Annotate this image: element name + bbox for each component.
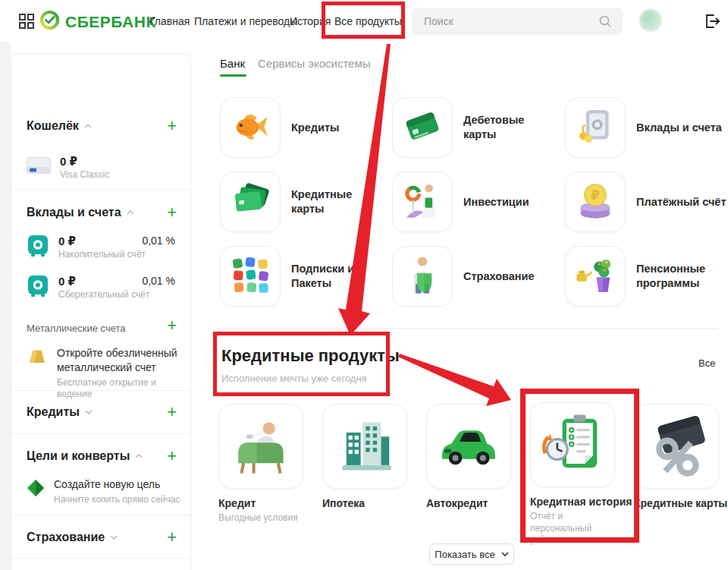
safe-coins-icon [574,105,617,150]
credits-title: Кредиты [27,405,80,419]
top-bar: СБЕРБАНК Главная Платежи и переводы Исто… [0,0,728,42]
deposit-item-savings[interactable]: 0 ₽ Накопительный счёт [27,235,146,260]
product-label: Вклады и счета [636,121,728,135]
product-debit-cards[interactable]: Дебетовые карты [392,97,548,158]
flowers-icon [574,254,617,299]
safe-icon [27,275,49,301]
product-credit-cards[interactable]: Кредитные карты [220,172,376,232]
see-all-link[interactable]: Все [698,357,715,369]
divider [11,390,192,391]
sberbank-logo-icon [39,10,60,33]
goldfish-icon [229,105,271,150]
card-credit-history[interactable]: Кредитная история Отчёт и персональный р… [530,402,632,546]
sidebar-section-credits[interactable]: Кредиты [27,405,93,419]
add-wallet-button[interactable]: + [167,118,177,134]
search-input[interactable] [412,8,623,35]
sidebar-section-insurance[interactable]: Страхование [27,531,118,544]
product-payment-account[interactable]: ₽ Платёжный счёт [565,172,728,232]
sidebar-section-deposits[interactable]: Вклады и счета [27,206,134,219]
clipboard-clock-icon [540,411,605,479]
credit-cards-icon [229,179,271,225]
product-insurance[interactable]: Страхование [392,246,548,307]
bank-card-icon [27,157,51,181]
wallet-title: Кошелёк [27,119,79,133]
divider [11,515,192,515]
metal-offer-item[interactable]: Откройте обезличенный металлический счет… [27,346,190,401]
product-label: Кредитные карты [291,187,376,216]
svg-text:₽: ₽ [591,187,600,203]
accounts-sidebar: Кошелёк + 0 ₽ Visa Classic Вклады и счет… [11,53,191,570]
chevron-down-icon [85,410,93,414]
product-label: Кредиты [291,121,376,135]
gold-ingot-icon [27,349,48,401]
sidebar-section-wallet[interactable]: Кошелёк [27,119,92,133]
show-all-button[interactable]: Показать все [429,543,514,565]
product-subscriptions[interactable]: Подписки и Пакеты [220,246,376,307]
new-goal-item[interactable]: Создайте новую цель Начните копить прямо… [27,477,180,505]
divider [11,189,192,190]
active-tab-underline [220,74,246,77]
insurance-title: Страхование [27,531,105,544]
card-mortgage[interactable]: Ипотека [322,404,407,509]
product-investments[interactable]: Инвестиции [392,172,548,232]
add-goal-button[interactable]: + [167,448,177,465]
account-amount: 0 ₽ [58,235,146,249]
tab-bank[interactable]: Банк [220,57,245,70]
page-left-margin [0,42,11,570]
deposit-item-sberegat[interactable]: 0 ₽ Сберегательный счёт [27,275,149,301]
card-credit-cards[interactable]: Кредитные карты [634,404,727,509]
product-pension-programs[interactable]: Пенсионные программы [565,246,728,307]
green-car-icon [436,412,501,480]
ruble-coin-icon: ₽ [574,179,617,225]
product-label: Страхование [463,269,548,284]
product-label: Дебетовые карты [463,113,548,142]
annotation-arrow-diagonal [398,354,511,406]
deposits-title: Вклады и счета [27,206,121,219]
nav-main[interactable]: Главная [149,15,190,27]
tab-ecosystem-services[interactable]: Сервисы экосистемы [258,57,371,70]
product-deposits[interactable]: Вклады и счета [565,97,728,158]
investor-chart-icon [401,179,444,225]
sidebar-section-goals[interactable]: Цели и конверты [27,449,143,463]
man-on-sofa-icon [228,412,293,480]
chevron-up-icon [127,210,134,215]
chevron-up-icon [84,124,92,128]
metal-accounts-label[interactable]: Металлические счета [27,323,126,334]
dark-card-percent-icon [644,412,709,480]
add-deposit-button[interactable]: + [167,204,177,221]
divider [11,558,192,559]
wallet-card-item[interactable]: 0 ₽ Visa Classic [27,155,109,181]
credit-products-subtitle: Исполнение мечты уже сегодня [221,373,367,384]
product-label: Пенсионные программы [636,262,728,291]
account-rate: 0,01 % [142,275,175,287]
product-credits[interactable]: Кредиты [220,97,376,158]
metal-offer-subtitle: Бесплатное открытие и ведение [57,377,190,401]
card-credit[interactable]: Кредит Выгодные условия [218,404,303,524]
card-amount: 0 ₽ [60,155,109,169]
add-metal-button[interactable]: + [167,317,177,334]
goal-offer-title: Создайте новую цель [54,477,180,492]
user-avatar[interactable] [639,9,662,32]
card-name: Visa Classic [60,169,109,181]
nav-history[interactable]: История [290,15,331,27]
shield-person-icon [401,254,444,299]
metal-offer-title: Откройте обезличенный металлический счет [57,346,190,375]
safe-icon [27,235,49,260]
credit-products-title: Кредитные продукты [221,346,400,366]
debit-card-icon [401,105,444,150]
add-insurance-button[interactable]: + [167,529,177,546]
chevron-down-icon [110,535,118,540]
account-rate: 0,01 % [142,235,175,247]
nav-payments[interactable]: Платежи и переводы [194,15,297,27]
logout-icon[interactable] [704,13,720,30]
apps-grid-icon[interactable] [18,13,35,30]
sberbank-logo[interactable]: СБЕРБАНК [39,10,156,33]
nav-all-products[interactable]: Все продукты [334,15,402,27]
diamond-icon [27,479,45,505]
card-auto-loan[interactable]: Автокредит [426,404,511,509]
chevron-up-icon [135,454,143,458]
card-label: Ипотека [322,497,407,509]
card-label: Автокредит [426,497,511,509]
product-label: Подписки и Пакеты [291,262,376,291]
add-credit-button[interactable]: + [167,404,177,420]
